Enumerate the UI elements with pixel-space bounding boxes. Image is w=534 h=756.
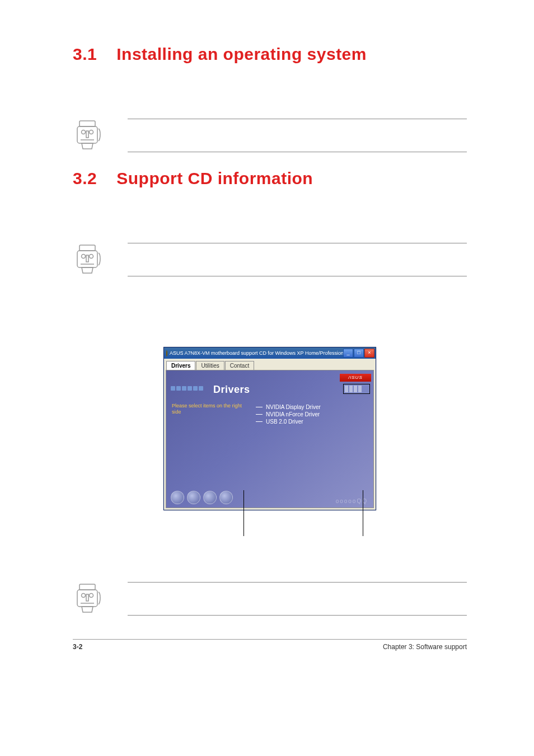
svg-rect-14 xyxy=(86,594,88,601)
brand-strip: /iSUS xyxy=(340,374,371,382)
section-3-1-title: Installing an operating system xyxy=(116,45,367,64)
robot-icon xyxy=(74,242,104,278)
callout-line-left xyxy=(243,490,244,536)
chip-icon xyxy=(358,386,362,392)
section-3-2-number: 3.2 xyxy=(73,169,97,188)
window-controls: _ □ × xyxy=(343,349,374,358)
toolbar-glyph xyxy=(176,386,181,391)
callout-labels xyxy=(73,544,467,571)
page: 3.1 Installing an operating system xyxy=(0,0,534,756)
list-item[interactable]: USB 2.0 Driver xyxy=(256,419,321,425)
svg-point-8 xyxy=(90,255,93,259)
note-3 xyxy=(73,581,467,617)
icon-strip xyxy=(171,386,203,391)
page-footer: 3-2 Chapter 3: Software support xyxy=(73,639,467,651)
round-icon[interactable] xyxy=(203,491,217,504)
svg-rect-10 xyxy=(79,584,95,590)
toolbar-glyph xyxy=(199,386,203,391)
toolbar-glyph xyxy=(182,386,186,391)
close-button[interactable]: × xyxy=(364,349,374,358)
driver-item-label: NVIDIA Display Driver xyxy=(266,404,321,410)
round-icon[interactable] xyxy=(219,491,233,504)
callouts xyxy=(164,510,376,544)
tab-drivers[interactable]: Drivers xyxy=(166,361,195,370)
note-1-icon-cell xyxy=(73,118,105,153)
window-title: ASUS A7N8X-VM motherboard support CD for… xyxy=(166,350,343,356)
round-icon[interactable] xyxy=(187,491,200,504)
note-2-text xyxy=(128,243,467,276)
note-3-text xyxy=(128,582,467,616)
bullet-icon xyxy=(256,407,263,407)
chip-icon xyxy=(345,386,348,392)
driver-item-label: USB 2.0 Driver xyxy=(266,419,303,425)
tabbar: Drivers Utilities Contact xyxy=(164,359,376,370)
driver-list: NVIDIA Display Driver NVIDIA nForce Driv… xyxy=(256,403,321,426)
bullet-icon xyxy=(256,414,263,415)
section-3-1-heading: 3.1 Installing an operating system xyxy=(73,45,467,64)
round-icon[interactable] xyxy=(171,491,184,504)
note-2 xyxy=(73,242,467,278)
section-3-2-title: Support CD information xyxy=(116,169,313,188)
page-number: 3-2 xyxy=(73,643,82,651)
svg-point-7 xyxy=(82,255,86,259)
tab-contact[interactable]: Contact xyxy=(225,361,254,370)
callout-line-right xyxy=(363,490,363,536)
hint-text: Please select items on the right side xyxy=(172,403,245,415)
screenshot-wrap: ASUS A7N8X-VM motherboard support CD for… xyxy=(73,347,467,510)
note-1-text xyxy=(128,119,467,152)
motherboard-thumbnail[interactable] xyxy=(343,384,370,394)
toolbar-glyph xyxy=(171,386,175,391)
subsection-3-2-1-heading: 3.2.1 Running the support CD xyxy=(73,293,467,304)
svg-rect-6 xyxy=(77,251,97,267)
window-title-text: ASUS A7N8X-VM motherboard support CD for… xyxy=(170,350,343,356)
svg-rect-0 xyxy=(79,121,95,126)
svg-rect-9 xyxy=(86,255,88,262)
cd-icon xyxy=(166,350,167,356)
list-item[interactable]: NVIDIA nForce Driver xyxy=(256,411,321,417)
svg-point-3 xyxy=(90,130,93,134)
svg-rect-4 xyxy=(86,131,88,138)
toolbar-glyph xyxy=(188,386,192,391)
svg-point-13 xyxy=(90,594,93,598)
note-2-icon-cell xyxy=(73,242,105,278)
minimize-button[interactable]: _ xyxy=(343,349,353,358)
tab-utilities[interactable]: Utilities xyxy=(196,361,224,370)
note-3-icon-cell xyxy=(73,581,105,617)
content-area: /iSUS Drivers Please select items on the… xyxy=(166,370,374,508)
subsection-number: 3.2.1 xyxy=(73,293,94,304)
note-1 xyxy=(73,118,467,153)
list-item[interactable]: NVIDIA Display Driver xyxy=(256,404,321,410)
titlebar[interactable]: ASUS A7N8X-VM motherboard support CD for… xyxy=(164,348,376,359)
section-3-2-heading: 3.2 Support CD information xyxy=(73,169,467,188)
maximize-button[interactable]: □ xyxy=(354,349,364,358)
svg-rect-11 xyxy=(77,590,97,607)
bullet-icon xyxy=(256,421,263,422)
section-3-2-body xyxy=(73,205,467,232)
page-title: Drivers xyxy=(213,384,250,396)
robot-icon xyxy=(74,118,104,153)
svg-point-12 xyxy=(82,594,86,598)
subsection-3-2-1-body xyxy=(73,309,467,336)
bottom-icon-row xyxy=(171,491,233,504)
toolbar-glyph xyxy=(193,386,198,391)
svg-rect-1 xyxy=(77,126,97,143)
chip-icon xyxy=(354,386,357,392)
chip-icon xyxy=(349,386,353,392)
robot-icon xyxy=(74,581,104,617)
svg-point-2 xyxy=(82,130,86,134)
section-3-1-number: 3.1 xyxy=(73,45,97,64)
support-cd-window: ASUS A7N8X-VM motherboard support CD for… xyxy=(163,347,376,510)
subsection-title: Running the support CD xyxy=(97,293,207,304)
section-3-1-body xyxy=(73,81,467,107)
svg-rect-5 xyxy=(79,245,95,251)
driver-item-label: NVIDIA nForce Driver xyxy=(266,411,320,417)
footer-chapter-title: Chapter 3: Software support xyxy=(383,643,467,651)
